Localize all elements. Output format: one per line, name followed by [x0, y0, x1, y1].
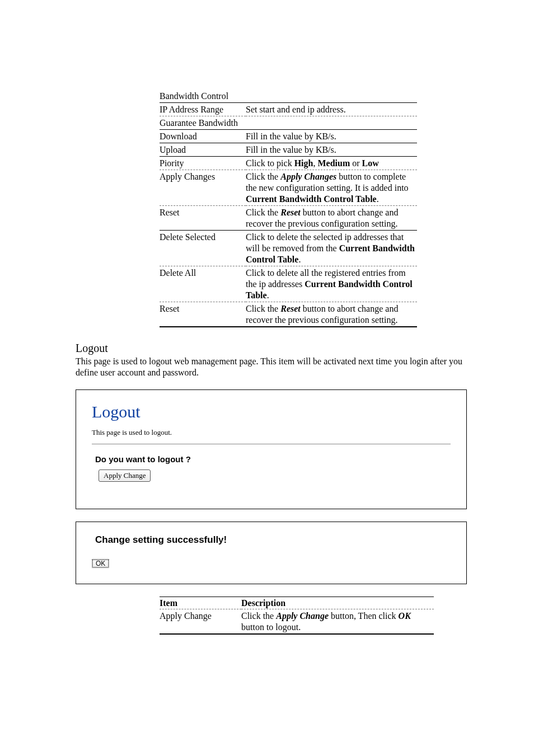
table-row-desc: Click to pick High, Medium or Low — [246, 157, 417, 170]
table2-row-desc: Click the Apply Change button, Then clic… — [241, 609, 434, 635]
bandwidth-control-table: Bandwidth ControlIP Address RangeSet sta… — [160, 90, 417, 327]
apply-change-button[interactable]: Apply Change — [99, 469, 151, 482]
table-row-label: Delete Selected — [160, 231, 246, 266]
table-row-desc: Fill in the value by KB/s. — [246, 143, 417, 157]
table-row-label: Delete All — [160, 266, 246, 302]
table-row-label: Piority — [160, 157, 246, 170]
table-row-desc: Click the Reset button to abort change a… — [246, 206, 417, 231]
table-row-desc: Click to delete the selected ip addresse… — [246, 231, 417, 266]
separator — [92, 444, 451, 444]
logout-box-subtext: This page is used to logout. — [92, 428, 451, 437]
logout-screenshot-box: Logout This page is used to logout. Do y… — [76, 389, 467, 509]
success-message: Change setting successfully! — [95, 534, 451, 546]
table-row-desc: Set start and end ip address. — [246, 103, 417, 116]
table2-header-description: Description — [241, 597, 434, 609]
logout-question: Do you want to logout ? — [95, 454, 451, 464]
logout-section-title: Logout — [76, 342, 467, 355]
logout-section-desc: This page is used to logout web manageme… — [76, 356, 467, 378]
table2-header-item: Item — [160, 597, 241, 609]
table-row-desc: Click the Apply Changes button to comple… — [246, 170, 417, 206]
item-description-table: Item Description Apply Change Click the … — [160, 597, 434, 635]
table-row-desc: Click to delete all the registered entri… — [246, 266, 417, 302]
table2-row-label: Apply Change — [160, 609, 241, 635]
success-screenshot-box: Change setting successfully! OK — [76, 522, 467, 584]
table-row-label: Reset — [160, 206, 246, 231]
table-row-label: Apply Changes — [160, 170, 246, 206]
table-row-label: Download — [160, 130, 246, 143]
table-row-label: Bandwidth Control — [160, 90, 417, 103]
ok-button[interactable]: OK — [92, 559, 109, 568]
table-row-desc: Fill in the value by KB/s. — [246, 130, 417, 143]
table-row-label: Upload — [160, 143, 246, 157]
table-row-desc: Click the Reset button to abort change a… — [246, 302, 417, 327]
table-row-label: IP Address Range — [160, 103, 246, 116]
table-row-label: Reset — [160, 302, 246, 327]
table-row-label: Guarantee Bandwidth — [160, 116, 417, 130]
logout-box-heading: Logout — [92, 402, 451, 421]
